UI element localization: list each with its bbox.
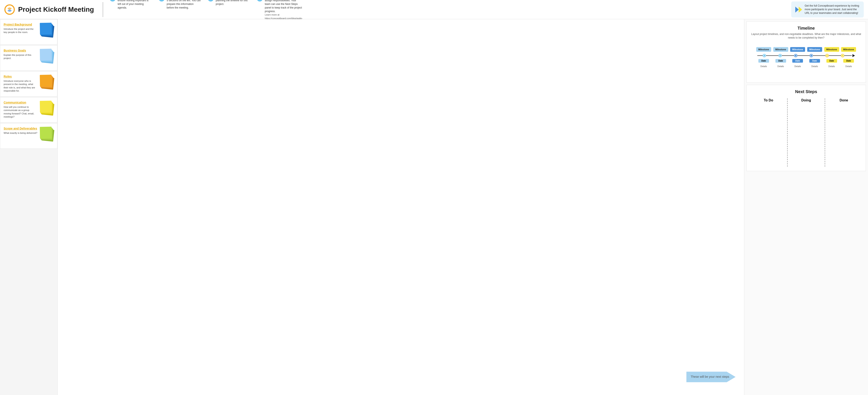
milestone-col-5: Milestone	[823, 47, 840, 52]
section-info-communication: Communication How will you continue to c…	[4, 101, 37, 119]
section-info-goals: Business Goals Explain the purpose of th…	[4, 49, 37, 60]
kanban-col-done: Done	[826, 98, 861, 167]
kanban-divider-1	[787, 98, 787, 167]
milestone-box-4: Milestone	[807, 47, 822, 52]
kanban-doing-title: Doing	[789, 98, 824, 102]
details-text-4: Details	[811, 65, 818, 68]
details-col-5: Details	[823, 64, 840, 68]
kanban-divider-2	[825, 98, 825, 167]
sticky-stack-scope	[40, 127, 54, 143]
kanban-col-todo: To Do	[751, 98, 786, 167]
section-title-roles: Roles	[4, 75, 37, 78]
details-text-6: Details	[845, 65, 852, 68]
date-col-2: Date	[772, 59, 789, 63]
step-1: 1 The goal of this template is to ensure…	[110, 0, 152, 9]
section-roles: Roles Introduce everyone who is present …	[0, 71, 57, 97]
section-business-goals: Business Goals Explain the purpose of th…	[0, 45, 57, 71]
next-steps-arrow: These will be your next steps	[686, 371, 736, 382]
step-4-circle: 4	[257, 0, 263, 1]
date-box-2: Date	[775, 59, 786, 63]
step-3: 3 Gather your team and start planning th…	[208, 0, 250, 6]
details-col-4: Details	[806, 64, 823, 68]
next-steps-title: Next Steps	[751, 89, 861, 94]
date-box-3: Date	[792, 59, 803, 63]
sticky-stack-background	[40, 23, 54, 39]
date-box-4: Date	[809, 59, 820, 63]
section-desc-roles: Introduce everyone who is present in the…	[4, 79, 37, 93]
timeline-container: Milestone Milestone Milestone Milestone …	[751, 45, 861, 78]
timeline-dot-6	[841, 54, 844, 57]
details-col-2: Details	[772, 64, 789, 68]
step-3-circle: 3	[208, 0, 214, 1]
details-row: Details Details Details Details Details	[755, 64, 857, 68]
timeline-section: Timeline Layout project timelines, and n…	[746, 21, 866, 83]
date-col-6: Date	[840, 59, 857, 63]
section-info-background: Project Background Introduce the project…	[4, 23, 37, 34]
main-content: Project Background Introduce the project…	[0, 19, 868, 395]
kanban-done-title: Done	[826, 98, 861, 102]
sticky-stack-goals	[40, 49, 54, 65]
milestone-box-1: Milestone	[756, 47, 771, 52]
section-title-goals: Business Goals	[4, 49, 37, 52]
timeline-dot-1	[763, 54, 766, 57]
section-title-communication: Communication	[4, 101, 37, 104]
details-text-3: Details	[795, 65, 801, 68]
dates-row: Date Date Date Date Date Date	[755, 59, 857, 63]
milestone-col-1: Milestone	[755, 47, 772, 52]
promo-icon	[795, 6, 802, 13]
date-box-6: Date	[843, 59, 854, 63]
app-logo	[4, 4, 15, 15]
promo-box: Get the full Conceptboard experience by …	[791, 1, 864, 17]
timeline-dot-4	[810, 54, 812, 57]
promo-text: Get the full Conceptboard experience by …	[805, 4, 861, 15]
step-3-text: Gather your team and start planning the …	[216, 0, 250, 6]
section-communication: Communication How will you continue to c…	[0, 97, 57, 123]
details-text-5: Details	[828, 65, 835, 68]
section-info-roles: Roles Introduce everyone who is present …	[4, 75, 37, 93]
kanban-todo-title: To Do	[751, 98, 786, 102]
sticky-stack-communication	[40, 101, 54, 117]
date-box-1: Date	[758, 59, 769, 63]
step-1-circle: 1	[110, 0, 116, 1]
milestone-col-3: Milestone	[789, 47, 806, 52]
section-desc-background: Introduce the project and the key people…	[4, 28, 37, 34]
timeline-title: Timeline	[751, 26, 861, 31]
date-col-1: Date	[755, 59, 772, 63]
step-1-text: The goal of this template is to ensure n…	[118, 0, 152, 9]
page-title: Project Kickoff Meeting	[18, 5, 94, 13]
section-title-scope: Scope and Deliverables	[4, 127, 37, 130]
sticky-stack-roles	[40, 75, 54, 91]
details-text-1: Details	[761, 65, 767, 68]
timeline-line-row	[757, 54, 855, 58]
milestone-col-2: Milestone	[772, 47, 789, 52]
timeline-dot-2	[779, 54, 781, 57]
header: Project Kickoff Meeting 1 The goal of th…	[0, 0, 868, 19]
milestone-box-3: Milestone	[790, 47, 805, 52]
kanban-board: To Do Doing Done	[751, 98, 861, 167]
details-text-2: Details	[777, 65, 784, 68]
milestone-col-6: Milestone	[840, 47, 857, 52]
section-project-background: Project Background Introduce the project…	[0, 19, 57, 45]
milestones-labels-row: Milestone Milestone Milestone Milestone …	[755, 47, 857, 52]
timeline-arrow	[852, 54, 855, 57]
milestone-box-5: Milestone	[824, 47, 839, 52]
middle-panel[interactable]: These will be your next steps	[58, 19, 744, 395]
step-2: 2 Start by adding stickies on the 5 sect…	[159, 0, 201, 9]
section-desc-communication: How will you continue to communicate as …	[4, 105, 37, 119]
date-col-5: Date	[823, 59, 840, 63]
right-panel: Timeline Layout project timelines, and n…	[744, 19, 868, 395]
details-col-1: Details	[755, 64, 772, 68]
date-box-5: Date	[827, 59, 837, 63]
details-col-6: Details	[840, 64, 857, 68]
step-2-circle: 2	[159, 0, 165, 1]
date-col-4: Date	[806, 59, 823, 63]
section-desc-scope: What exactly is being delivered?	[4, 131, 37, 135]
details-col-3: Details	[789, 64, 806, 68]
next-steps-section: Next Steps To Do Doing Done	[746, 85, 866, 171]
step-2-text: Start by adding stickies on the 5 sectio…	[167, 0, 201, 9]
timeline-dot-3	[795, 54, 797, 57]
section-desc-goals: Explain the purpose of this project.	[4, 54, 37, 60]
milestone-col-4: Milestone	[806, 47, 823, 52]
timeline-line	[757, 55, 852, 56]
timeline-subtitle: Layout project timelines, and non-negoti…	[751, 32, 861, 40]
